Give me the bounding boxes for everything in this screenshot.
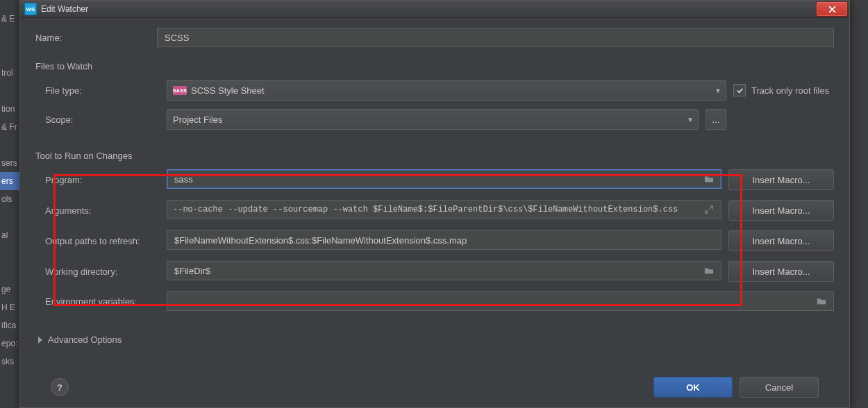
background-sidebar-item: & E	[0, 10, 21, 28]
background-sidebar-item: ifica	[0, 316, 21, 334]
scope-combo[interactable]: Project Files ▼	[167, 109, 699, 130]
chevron-down-icon: ▼	[687, 116, 694, 124]
background-sidebar-item	[0, 28, 21, 46]
edit-watcher-dialog: WS Edit Watcher Name: Files to Watch Fil…	[19, 0, 850, 408]
dialog-title: Edit Watcher	[41, 4, 88, 14]
background-sidebar-item	[0, 136, 21, 154]
background-sidebar-item	[0, 46, 21, 64]
expand-icon[interactable]	[703, 205, 715, 214]
output-paths-input[interactable]	[173, 235, 715, 246]
name-field[interactable]	[157, 28, 834, 47]
cancel-button[interactable]: Cancel	[740, 377, 819, 398]
insert-macro-arguments-button[interactable]: Insert Macro...	[728, 200, 834, 221]
program-label: Program:	[35, 175, 167, 185]
dialog-footer: ? OK Cancel	[35, 366, 834, 407]
insert-macro-program-button[interactable]: Insert Macro...	[728, 169, 834, 190]
ok-button[interactable]: OK	[653, 377, 733, 398]
help-button[interactable]: ?	[51, 378, 69, 396]
advanced-options-toggle[interactable]: Advanced Options	[35, 334, 834, 345]
close-button[interactable]	[816, 1, 848, 17]
background-sidebar-item: sers	[0, 154, 21, 172]
file-type-value: SCSS Style Sheet	[191, 85, 710, 96]
tool-header: Tool to Run on Changes	[35, 151, 834, 161]
folder-icon[interactable]	[703, 174, 716, 184]
scope-more-button[interactable]: ...	[706, 109, 726, 130]
background-sidebar-item	[0, 244, 21, 262]
background-sidebar-item	[0, 262, 21, 280]
chevron-down-icon: ▼	[715, 87, 721, 94]
output-paths-label: Output paths to refresh:	[35, 236, 167, 246]
background-sidebar-item	[0, 82, 21, 100]
background-sidebar-item: epo:	[0, 334, 21, 352]
arguments-input[interactable]: --no-cache --update --sourcemap --watch …	[173, 205, 703, 214]
background-sidebar-item: tion	[0, 100, 21, 118]
insert-macro-workdir-button[interactable]: Insert Macro...	[728, 261, 834, 282]
background-sidebar-item: al	[0, 226, 21, 244]
arguments-field[interactable]: --no-cache --update --sourcemap --watch …	[167, 200, 721, 219]
working-dir-label: Working directory:	[35, 266, 167, 277]
track-root-checkbox[interactable]	[733, 84, 746, 96]
background-sidebar-item: ge	[0, 280, 21, 298]
close-icon	[828, 6, 836, 13]
arguments-label: Arguments:	[35, 205, 167, 216]
env-vars-field[interactable]	[167, 291, 834, 311]
scope-label: Scope:	[35, 114, 167, 125]
background-settings-sidebar: & Etroltion& FrsersersolsalgeH Eificaepo…	[0, 0, 22, 408]
files-to-watch-header: Files to Watch	[35, 61, 834, 71]
env-vars-label: Environment variables:	[35, 296, 167, 307]
program-input[interactable]	[173, 173, 703, 185]
dialog-titlebar: WS Edit Watcher	[20, 1, 849, 18]
background-sidebar-item: & Fr	[0, 118, 21, 136]
background-sidebar-item: ols	[0, 190, 21, 208]
program-field[interactable]	[167, 169, 721, 189]
background-sidebar-item: sks	[0, 352, 21, 371]
background-sidebar-item: ers	[0, 172, 21, 190]
working-dir-field[interactable]	[167, 261, 721, 280]
folder-icon[interactable]	[703, 266, 716, 275]
name-input[interactable]	[163, 32, 828, 44]
file-type-combo[interactable]: SASS SCSS Style Sheet ▼	[167, 80, 726, 101]
scope-value: Project Files	[173, 114, 683, 125]
sass-icon: SASS	[173, 86, 187, 95]
track-root-label: Track only root files	[751, 85, 829, 96]
folder-icon[interactable]	[815, 296, 828, 306]
env-vars-input[interactable]	[173, 296, 815, 307]
file-type-label: File type:	[35, 85, 167, 96]
name-label: Name:	[35, 33, 157, 43]
background-sidebar-item: H E	[0, 298, 21, 316]
app-badge-icon: WS	[24, 3, 37, 15]
check-icon	[736, 87, 744, 94]
expand-triangle-icon	[38, 337, 42, 343]
background-sidebar-item: trol	[0, 64, 21, 82]
insert-macro-output-button[interactable]: Insert Macro...	[728, 230, 834, 251]
advanced-options-label: Advanced Options	[48, 334, 122, 345]
track-root-checkbox-wrap[interactable]: Track only root files	[733, 80, 829, 101]
working-dir-input[interactable]	[173, 265, 703, 277]
output-paths-field[interactable]	[167, 230, 721, 250]
background-sidebar-item	[0, 208, 21, 226]
